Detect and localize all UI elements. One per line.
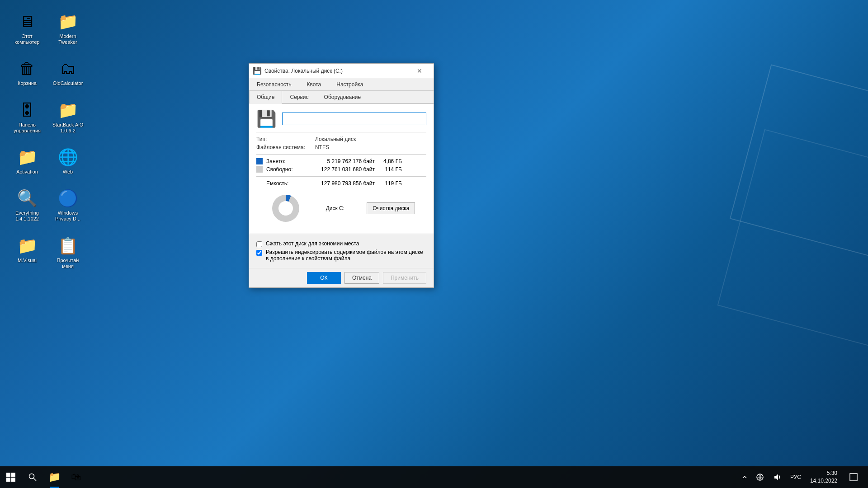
taskbar-store[interactable]: 🛍	[65, 466, 87, 488]
notification-button[interactable]	[843, 466, 864, 488]
occupied-gb: 4,86 ГБ	[375, 158, 402, 164]
free-color-box	[256, 166, 263, 173]
start-button[interactable]	[0, 466, 22, 488]
dialog-tabs-row1: Безопасность Квота Настройка	[249, 78, 434, 91]
apply-button[interactable]: Применить	[383, 272, 426, 284]
tab-general[interactable]: Общие	[249, 91, 282, 104]
clock-date: 14.10.2022	[810, 477, 837, 485]
dialog-title-text: Свойства: Локальный диск (С:)	[264, 68, 409, 74]
tray-volume[interactable]	[769, 466, 785, 488]
compress-label: Сжать этот диск для экономии места	[266, 240, 359, 247]
index-label: Разрешить индексировать содержимое файло…	[266, 249, 426, 262]
disk-pie-chart	[268, 190, 304, 226]
clean-disk-button[interactable]: Очистка диска	[367, 202, 415, 214]
index-checkbox[interactable]	[256, 250, 262, 256]
tab-hardware[interactable]: Оборудование	[316, 91, 369, 103]
disk-header: 💾	[256, 109, 426, 128]
disk-type-label: Тип:	[256, 136, 315, 142]
divider-2	[256, 154, 426, 155]
capacity-gb: 119 ГБ	[375, 180, 402, 187]
dialog-tabs-row2: Общие Сервис Оборудование	[249, 91, 434, 104]
clock-time: 5:30	[810, 469, 837, 477]
checkbox-section: Сжать этот диск для экономии места Разре…	[249, 234, 434, 268]
dialog-close-button[interactable]: ✕	[409, 64, 430, 78]
windows-logo-icon	[6, 473, 15, 482]
language-label: РУС	[790, 474, 801, 480]
taskbar-file-explorer[interactable]: 📁	[43, 466, 65, 488]
free-label: Свободно:	[266, 166, 302, 173]
divider-1	[256, 132, 426, 132]
tab-quota[interactable]: Квота	[299, 78, 329, 91]
network-icon	[756, 473, 764, 481]
tab-security[interactable]: Безопасность	[249, 78, 299, 91]
taskbar: 📁 🛍	[0, 466, 868, 488]
free-bytes: 122 761 031 680 байт	[302, 166, 375, 173]
disk-fs-label: Файловая система:	[256, 144, 315, 150]
compress-checkbox[interactable]	[256, 241, 262, 247]
capacity-label: Емкость:	[266, 180, 302, 187]
svg-line-3	[33, 478, 36, 481]
occupied-bytes: 5 219 762 176 байт	[302, 158, 375, 164]
dialog-overlay: 💾 Свойства: Локальный диск (С:) ✕ Безопа…	[0, 0, 868, 488]
divider-3	[256, 176, 426, 177]
occupied-label: Занято:	[266, 158, 302, 164]
tray-hidden-icons[interactable]	[739, 466, 750, 488]
volume-icon	[773, 473, 781, 481]
dialog-content: 💾 Тип: Локальный диск Файловая система: …	[249, 104, 434, 234]
disk-drive-label: Диск С:	[326, 205, 344, 211]
taskbar-tray: РУС 5:30 14.10.2022	[739, 466, 868, 488]
ok-button[interactable]: ОК	[307, 272, 341, 284]
properties-dialog: 💾 Свойства: Локальный диск (С:) ✕ Безопа…	[249, 63, 434, 288]
desktop: 🖥 Этот компьютер 📁 ModernTweaker 🗑 Корзи…	[0, 0, 868, 488]
disk-capacity-row: Емкость: 127 980 793 856 байт 119 ГБ	[256, 180, 426, 187]
free-gb: 114 ГБ	[375, 166, 402, 173]
dialog-titlebar: 💾 Свойства: Локальный диск (С:) ✕	[249, 64, 434, 78]
tab-service[interactable]: Сервис	[282, 91, 316, 103]
disk-type-value: Локальный диск	[315, 136, 356, 142]
disk-type-row: Тип: Локальный диск	[256, 136, 426, 142]
disk-free-row: Свободно: 122 761 031 680 байт 114 ГБ	[256, 166, 426, 173]
tray-network[interactable]	[752, 466, 768, 488]
cancel-button[interactable]: Отмена	[344, 272, 379, 284]
occupied-color-box	[256, 158, 263, 164]
capacity-spacer	[256, 180, 263, 187]
disk-name-input[interactable]	[282, 113, 426, 125]
svg-rect-7	[850, 474, 857, 481]
dialog-title-icon: 💾	[253, 66, 262, 75]
search-button[interactable]	[22, 466, 43, 488]
dialog-buttons: ОК Отмена Применить	[249, 268, 434, 287]
tab-settings[interactable]: Настройка	[329, 78, 371, 91]
index-row: Разрешить индексировать содержимое файло…	[256, 249, 426, 262]
chevron-up-icon	[742, 474, 747, 481]
taskbar-apps: 📁 🛍	[43, 466, 87, 488]
capacity-bytes: 127 980 793 856 байт	[302, 180, 375, 187]
disk-fs-row: Файловая система: NTFS	[256, 144, 426, 150]
search-icon	[28, 473, 37, 482]
compress-row: Сжать этот диск для экономии места	[256, 240, 426, 247]
svg-point-2	[29, 474, 34, 479]
disk-icon: 💾	[256, 109, 277, 128]
svg-marker-6	[774, 474, 778, 480]
taskbar-clock[interactable]: 5:30 14.10.2022	[807, 469, 841, 485]
disk-fs-value: NTFS	[315, 144, 329, 150]
disk-occupied-row: Занято: 5 219 762 176 байт 4,86 ГБ	[256, 158, 426, 164]
svg-point-1	[278, 201, 293, 216]
pie-row: Диск С: Очистка диска	[256, 190, 426, 226]
tray-language[interactable]: РУС	[787, 466, 805, 488]
notification-icon	[849, 473, 858, 481]
